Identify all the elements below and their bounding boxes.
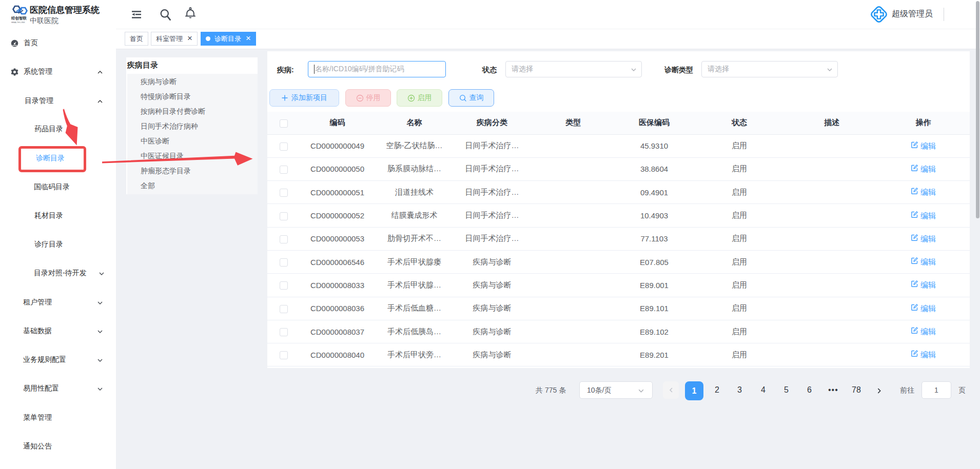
svg-text:经创智联: 经创智联 xyxy=(11,16,27,21)
svg-text:HEALTH LINK: HEALTH LINK xyxy=(11,21,25,24)
